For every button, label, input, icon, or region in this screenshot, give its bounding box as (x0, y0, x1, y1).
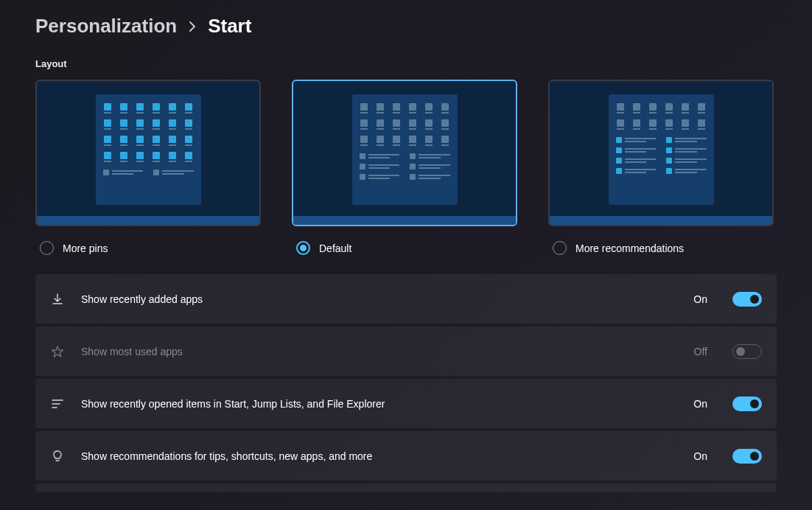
toggle-recently-added[interactable] (732, 292, 762, 307)
setting-recommendations: Show recommendations for tips, shortcuts… (35, 431, 777, 481)
setting-most-used: Show most used apps Off (35, 326, 777, 376)
layout-card-more-pins[interactable] (35, 80, 261, 226)
setting-label: Show recommendations for tips, shortcuts… (81, 450, 677, 462)
layout-card-group (35, 80, 777, 226)
list-icon (50, 397, 65, 411)
star-icon (50, 344, 65, 359)
setting-state: On (693, 398, 707, 410)
setting-label: Show most used apps (81, 346, 678, 357)
layout-preview-default (352, 94, 458, 205)
layout-card-more-recommendations[interactable] (548, 80, 774, 226)
settings-list: Show recently added apps On Show most us… (35, 274, 777, 492)
setting-recently-added: Show recently added apps On (35, 274, 777, 324)
radio-label: Default (319, 242, 351, 254)
radio-more-pins[interactable]: More pins (35, 241, 261, 255)
radio-icon (296, 241, 310, 255)
radio-default[interactable]: Default (292, 241, 517, 255)
section-label-layout: Layout (35, 58, 777, 69)
radio-label: More pins (63, 242, 108, 254)
lightbulb-icon (50, 449, 65, 464)
layout-card-default[interactable] (292, 80, 517, 226)
setting-label: Show recently added apps (81, 293, 677, 305)
radio-icon (40, 241, 54, 255)
chevron-right-icon (189, 21, 196, 32)
setting-label: Show recently opened items in Start, Jum… (81, 398, 677, 410)
layout-preview-more-pins (96, 94, 201, 205)
setting-row-partial (35, 483, 777, 492)
breadcrumb-parent[interactable]: Personalization (35, 15, 177, 38)
setting-state: On (693, 293, 707, 305)
toggle-recent-items[interactable] (732, 397, 762, 411)
setting-state: On (693, 450, 707, 462)
radio-more-recommendations[interactable]: More recommendations (548, 241, 774, 255)
setting-state: Off (694, 346, 707, 357)
toggle-most-used (732, 344, 762, 359)
download-icon (50, 292, 65, 307)
toggle-recommendations[interactable] (732, 449, 762, 464)
setting-recent-items: Show recently opened items in Start, Jum… (35, 379, 777, 428)
breadcrumb-current: Start (208, 15, 251, 38)
breadcrumb: Personalization Start (35, 15, 777, 38)
radio-label: More recommendations (575, 242, 684, 254)
radio-icon (553, 241, 567, 255)
layout-radio-group: More pins Default More recommendations (35, 241, 777, 255)
layout-preview-more-recs (609, 94, 714, 205)
